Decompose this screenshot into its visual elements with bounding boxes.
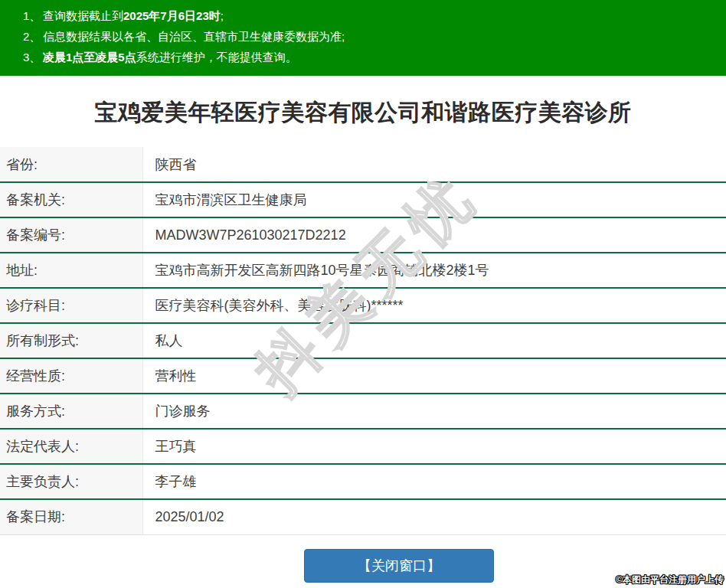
row-label: 备案机关: bbox=[0, 182, 142, 217]
row-value: 2025/01/02 bbox=[142, 499, 726, 534]
close-window-button[interactable]: 【关闭窗口】 bbox=[304, 549, 494, 583]
notice-item-2: 2、信息数据结果以各省、自治区、直辖市卫生健康委数据为准; bbox=[0, 26, 726, 47]
page-title: 宝鸡爱美年轻医疗美容有限公司和谐路医疗美容诊所 bbox=[0, 97, 726, 129]
row-value: 医疗美容科(美容外科、美容皮肤科)****** bbox=[142, 288, 726, 323]
table-row-legal-representative: 法定代表人: 王巧真 bbox=[0, 429, 726, 464]
notice-item-number: 1、 bbox=[23, 5, 43, 26]
row-value: 王巧真 bbox=[142, 429, 726, 464]
notice-item-3: 3、凌晨1点至凌晨5点系统进行维护，不能提供查询。 bbox=[0, 47, 726, 67]
photo-credit-watermark: ©本图由平台注册用户上传 bbox=[616, 573, 724, 586]
notice-item-bold: 凌晨1点至凌晨5点 bbox=[43, 51, 136, 64]
table-row-filing-number: 备案编号: MADW3W7P261030217D2212 bbox=[0, 217, 726, 253]
row-label: 服务方式: bbox=[0, 394, 142, 429]
notice-item-number: 2、 bbox=[23, 26, 43, 47]
notice-item-text: 系统进行维护，不能提供查询。 bbox=[136, 51, 297, 64]
table-row-address: 地址: 宝鸡市高新开发区高新四路10号星泰园商铺北楼2楼1号 bbox=[0, 253, 726, 288]
row-value: 宝鸡市高新开发区高新四路10号星泰园商铺北楼2楼1号 bbox=[142, 253, 726, 288]
notice-banner: 1、查询数据截止到2025年7月6日23时; 2、信息数据结果以各省、自治区、直… bbox=[0, 0, 726, 76]
notice-item-1: 1、查询数据截止到2025年7月6日23时; bbox=[0, 5, 726, 26]
row-value: 营利性 bbox=[142, 358, 726, 394]
registration-info-table: 省份: 陕西省 备案机关: 宝鸡市渭滨区卫生健康局 备案编号: MADW3W7P… bbox=[0, 147, 726, 535]
row-label: 省份: bbox=[0, 147, 142, 182]
notice-item-text: 查询数据截止到 bbox=[43, 9, 123, 22]
row-label: 主要负责人: bbox=[0, 464, 142, 499]
row-value: 李子雄 bbox=[142, 464, 726, 499]
row-label: 所有制形式: bbox=[0, 323, 142, 358]
table-row-province: 省份: 陕西省 bbox=[0, 147, 726, 182]
row-label: 诊疗科目: bbox=[0, 288, 142, 323]
table-row-filing-authority: 备案机关: 宝鸡市渭滨区卫生健康局 bbox=[0, 182, 726, 217]
table-row-filing-date: 备案日期: 2025/01/02 bbox=[0, 499, 726, 534]
row-label: 地址: bbox=[0, 253, 142, 288]
table-row-medical-subjects: 诊疗科目: 医疗美容科(美容外科、美容皮肤科)****** bbox=[0, 288, 726, 323]
notice-item-text: 信息数据结果以各省、自治区、直辖市卫生健康委数据为准; bbox=[43, 30, 345, 43]
row-label: 经营性质: bbox=[0, 358, 142, 394]
notice-item-text: ; bbox=[221, 9, 224, 22]
row-value: MADW3W7P261030217D2212 bbox=[142, 217, 726, 253]
row-value: 宝鸡市渭滨区卫生健康局 bbox=[142, 182, 726, 217]
table-row-ownership: 所有制形式: 私人 bbox=[0, 323, 726, 358]
notice-item-number: 3、 bbox=[23, 47, 43, 67]
table-row-business-nature: 经营性质: 营利性 bbox=[0, 358, 726, 394]
row-label: 备案编号: bbox=[0, 217, 142, 253]
row-label: 备案日期: bbox=[0, 499, 142, 534]
row-value: 私人 bbox=[142, 323, 726, 358]
table-row-person-in-charge: 主要负责人: 李子雄 bbox=[0, 464, 726, 499]
row-label: 法定代表人: bbox=[0, 429, 142, 464]
row-value: 门诊服务 bbox=[142, 394, 726, 429]
notice-item-bold: 2025年7月6日23时 bbox=[123, 9, 221, 22]
table-row-service-mode: 服务方式: 门诊服务 bbox=[0, 394, 726, 429]
row-value: 陕西省 bbox=[142, 147, 726, 182]
